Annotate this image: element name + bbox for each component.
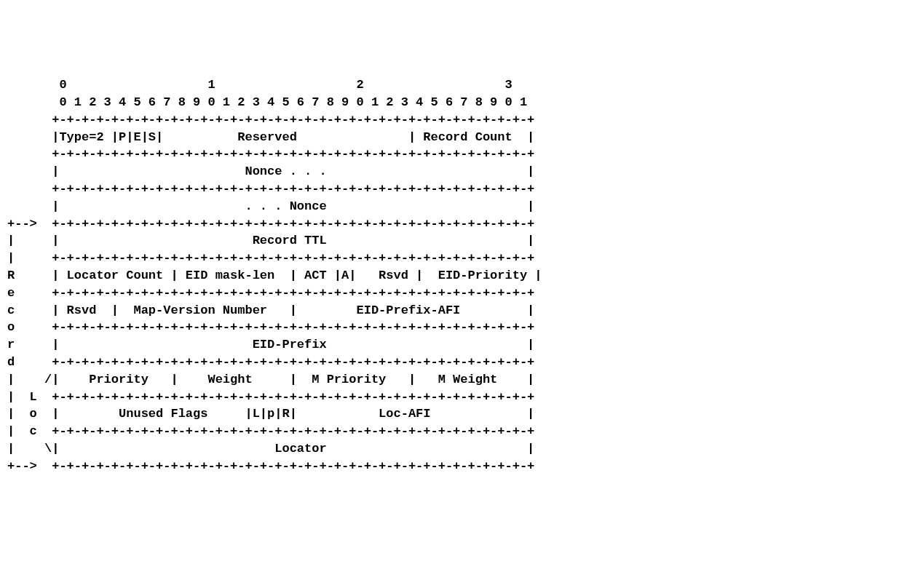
separator: +-+-+-+-+-+-+-+-+-+-+-+-+-+-+-+-+-+-+-+-… (7, 113, 534, 127)
separator: | L +-+-+-+-+-+-+-+-+-+-+-+-+-+-+-+-+-+-… (7, 390, 534, 404)
separator: +-+-+-+-+-+-+-+-+-+-+-+-+-+-+-+-+-+-+-+-… (7, 147, 534, 161)
record-start-arrow: +--> +-+-+-+-+-+-+-+-+-+-+-+-+-+-+-+-+-+… (7, 217, 534, 231)
packet-format-diagram: 0 1 2 3 0 1 2 3 4 5 6 7 8 9 0 1 2 3 4 5 … (7, 76, 542, 474)
separator: | c +-+-+-+-+-+-+-+-+-+-+-+-+-+-+-+-+-+-… (7, 424, 534, 438)
row-loc-flags: | o | Unused Flags |L|p|R| Loc-AFI | (7, 407, 534, 421)
record-end-arrow: +--> +-+-+-+-+-+-+-+-+-+-+-+-+-+-+-+-+-+… (7, 459, 534, 473)
row-record-ttl: | | Record TTL | (7, 234, 534, 247)
row-eid-prefix: r | EID-Prefix | (7, 338, 534, 351)
row-priority-weight: | /| Priority | Weight | M Priority | M … (7, 373, 534, 386)
separator: +-+-+-+-+-+-+-+-+-+-+-+-+-+-+-+-+-+-+-+-… (7, 182, 534, 196)
bit-ruler-bits: 0 1 2 3 4 5 6 7 8 9 0 1 2 3 4 5 6 7 8 9 … (7, 95, 527, 109)
row-type-flags: |Type=2 |P|E|S| Reserved | Record Count … (7, 130, 534, 144)
bit-ruler-bytes: 0 1 2 3 (7, 78, 513, 92)
row-map-version: c | Rsvd | Map-Version Number | EID-Pref… (7, 303, 534, 317)
separator: e +-+-+-+-+-+-+-+-+-+-+-+-+-+-+-+-+-+-+-… (7, 286, 534, 300)
row-nonce-high: | Nonce . . . | (7, 164, 534, 178)
separator: o +-+-+-+-+-+-+-+-+-+-+-+-+-+-+-+-+-+-+-… (7, 320, 534, 334)
row-locator-count: R | Locator Count | EID mask-len | ACT |… (7, 269, 542, 282)
row-locator: | \| Locator | (7, 442, 534, 456)
separator: d +-+-+-+-+-+-+-+-+-+-+-+-+-+-+-+-+-+-+-… (7, 355, 534, 369)
separator: | +-+-+-+-+-+-+-+-+-+-+-+-+-+-+-+-+-+-+-… (7, 251, 534, 265)
row-nonce-low: | . . . Nonce | (7, 199, 534, 213)
